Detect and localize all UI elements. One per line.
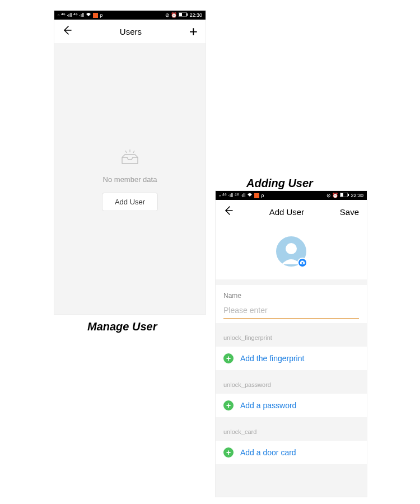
add-card-row[interactable]: + Add a door card (216, 441, 367, 464)
add-fingerprint-row[interactable]: + Add the fingerprint (216, 347, 367, 370)
name-input[interactable] (223, 306, 359, 319)
add-icon[interactable]: + (189, 24, 198, 39)
plus-icon: + (223, 447, 234, 458)
back-icon[interactable] (62, 25, 72, 38)
password-header: unlock_password (216, 376, 367, 394)
manage-user-screen: ▫ ⁴⁶ ·ıll ⁴⁶ ·ıll ρ ⊘ ⏰ 22:30 Users + (54, 10, 206, 315)
page-title: Add User (269, 207, 305, 217)
fingerprint-block: unlock_fingerprint + Add the fingerprint (216, 329, 367, 370)
wifi-icon (247, 193, 253, 198)
status-misc-icon: ρ (100, 12, 102, 18)
wifi-icon (86, 12, 91, 18)
app-icon (254, 193, 259, 198)
save-button[interactable]: Save (340, 208, 359, 216)
carrier-icons: ▫ ⁴⁶ ·ıll ⁴⁶ ·ıll (219, 193, 245, 198)
plus-icon: + (223, 353, 234, 363)
password-block: unlock_password + Add a password (216, 376, 367, 417)
nav-bar: Add User Save (216, 200, 367, 223)
empty-text: No member data (103, 175, 157, 184)
status-time: 22:30 (351, 193, 363, 198)
card-block: unlock_card + Add a door card (216, 423, 367, 464)
svg-rect-2 (186, 13, 188, 16)
caption-manage-user: Manage User (87, 320, 157, 333)
status-time: 22:30 (189, 12, 202, 18)
name-label: Name (223, 292, 359, 300)
svg-point-9 (301, 262, 303, 264)
add-card-label: Add a door card (240, 448, 296, 457)
fingerprint-header: unlock_fingerprint (216, 329, 367, 347)
add-fingerprint-label: Add the fingerprint (240, 354, 304, 363)
status-misc-icon: ρ (261, 193, 264, 198)
battery-icon (340, 193, 349, 198)
back-icon[interactable] (223, 206, 234, 218)
user-list-body: No member data Add User (54, 43, 206, 314)
carrier-icons: ▫ ⁴⁶ ·ıll ⁴⁶ ·ıll (58, 12, 84, 18)
name-section: Name (216, 285, 367, 323)
battery-icon (179, 12, 188, 18)
avatar-section (216, 223, 367, 279)
page-title: Users (120, 27, 142, 36)
add-password-label: Add a password (240, 401, 296, 410)
nav-bar: Users + (54, 20, 206, 43)
app-icon (93, 13, 98, 18)
svg-rect-5 (348, 194, 349, 196)
status-bar: ▫ ⁴⁶ ·ıll ⁴⁶ ·ıll ρ ⊘ ⏰ 22:30 (216, 191, 367, 200)
plus-icon: + (223, 400, 234, 410)
add-user-screen: ▫ ⁴⁶ ·ıll ⁴⁶ ·ıll ρ ⊘ ⏰ 22:30 Add User S… (215, 190, 367, 497)
dnd-alarm-icons: ⊘ ⏰ (326, 193, 339, 198)
svg-rect-1 (179, 13, 182, 16)
camera-icon[interactable] (297, 258, 307, 268)
card-header: unlock_card (216, 423, 367, 441)
svg-point-7 (286, 243, 297, 254)
svg-rect-4 (340, 193, 343, 197)
empty-state: No member data Add User (54, 150, 206, 211)
caption-adding-user: Adding User (246, 177, 313, 190)
add-password-row[interactable]: + Add a password (216, 394, 367, 417)
dnd-alarm-icons: ⊘ ⏰ (165, 12, 178, 18)
inbox-icon (120, 150, 140, 170)
avatar[interactable] (276, 236, 306, 267)
add-user-button[interactable]: Add User (102, 193, 158, 211)
add-user-body: Name unlock_fingerprint + Add the finger… (216, 223, 367, 497)
svg-rect-10 (301, 261, 304, 262)
status-bar: ▫ ⁴⁶ ·ıll ⁴⁶ ·ıll ρ ⊘ ⏰ 22:30 (54, 11, 206, 20)
